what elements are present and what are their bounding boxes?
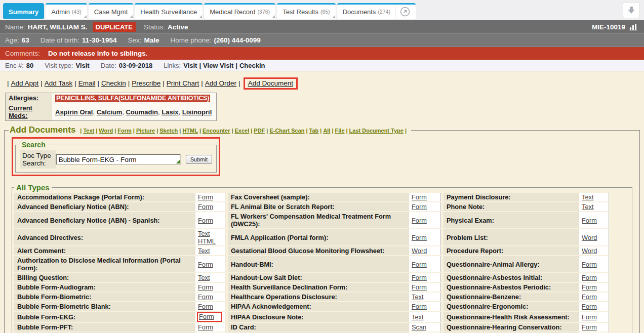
doc-link-questionnaire-ergonomic-form[interactable]: Form	[582, 303, 597, 310]
doc-type-label-bubble-form-ekg: Bubble Form-EKG:	[14, 311, 195, 322]
collapse-header-button[interactable]	[623, 2, 640, 18]
chart-id: MIE-10019	[592, 23, 639, 31]
document-type-filters: |Text|Word|Form|Picture|Sketch|HTML|Enco…	[78, 128, 408, 134]
filter-link-excel[interactable]: Excel	[235, 128, 250, 134]
tab-documents[interactable]: Documents(274)	[337, 3, 416, 19]
doc-link-authorization-to-disclose-medical-information-portal-form-form[interactable]: Form	[198, 261, 213, 268]
tab-case-mgmt[interactable]: Case Mgmt	[89, 3, 133, 19]
action-separator: |	[41, 79, 43, 87]
doc-type-links: Form	[409, 193, 440, 202]
action-link-checkin[interactable]: Checkin	[101, 79, 126, 87]
encounter-links: Visit|View Visit|Checkin	[183, 62, 265, 69]
doc-link-id-card-scan[interactable]: Scan	[412, 323, 426, 331]
filter-link-last-document-type[interactable]: Last Document Type	[349, 128, 404, 134]
filter-link-text[interactable]: Text	[83, 128, 94, 134]
doc-link-fl-animal-bite-or-scratch-report-form[interactable]: Form	[412, 203, 427, 211]
doc-link-bubble-form-audiogram-form[interactable]: Form	[198, 283, 213, 291]
doc-link-fax-coversheet-sample-form[interactable]: Form	[412, 193, 427, 201]
filter-link-e-chart-scan[interactable]: E-Chart Scan	[269, 128, 304, 134]
doc-link-alert-comment-text[interactable]: Text	[198, 247, 210, 255]
doc-link-procedure-report-word[interactable]: Word	[582, 247, 597, 255]
meds-separator: ,	[179, 108, 182, 116]
filter-separator: |	[346, 128, 348, 134]
encounter-link-checkin[interactable]: Checkin	[239, 62, 265, 69]
doc-link-payment-disclosure-text[interactable]: Text	[582, 193, 593, 201]
action-separator: |	[74, 79, 76, 87]
bar-chart-icon[interactable]	[629, 23, 639, 30]
doc-link-gestational-blood-glucose-monitoring-flowsheet-word[interactable]: Word	[412, 247, 427, 255]
med-link-aspirin-oral[interactable]: Aspirin Oral	[55, 108, 93, 116]
doc-link-bubble-form-ekg-form[interactable]: Form	[199, 313, 214, 320]
tab-summary[interactable]: Summary	[3, 3, 44, 19]
status-label: Status:	[144, 23, 165, 31]
med-link-lasix[interactable]: Lasix	[162, 108, 178, 116]
encounter-link-view-visit[interactable]: View Visit	[203, 62, 233, 69]
row-fill	[609, 292, 630, 302]
tab-health-surveillance[interactable]: Health Surveillance	[135, 3, 203, 19]
doc-link-bubble-form-biometric-form[interactable]: Form	[198, 293, 213, 301]
doc-link-fmla-application-portal-form-form[interactable]: Form	[412, 234, 427, 241]
doc-link-fl-workers-compensation-medical-treatment-form-dwc25-form[interactable]: Form	[412, 217, 427, 224]
doc-link-questionnaire-asbestos-initial-form[interactable]: Form	[582, 274, 597, 281]
filter-link-word[interactable]: Word	[99, 128, 113, 134]
doc-link-billing-question-text[interactable]: Text	[198, 274, 210, 281]
filter-link-encounter[interactable]: Encounter	[203, 128, 230, 134]
current-meds-link[interactable]: Current Meds:	[9, 104, 32, 119]
visit-date-group: Date: 03-09-2018	[101, 62, 153, 69]
doc-link-questionnaire-benzene-form[interactable]: Form	[582, 293, 597, 301]
action-link-add-document[interactable]: Add Document	[248, 79, 293, 87]
doc-link-bubble-form-biometric-blank-form[interactable]: Form	[198, 303, 213, 310]
submit-button[interactable]: Submit	[186, 155, 212, 164]
med-link-lisinopril[interactable]: Lisinopril	[182, 108, 212, 116]
tab-admin[interactable]: Admin(43)	[46, 3, 87, 19]
filter-link-file[interactable]: File	[335, 128, 345, 134]
doc-link-hipaa-acknowledgement-form[interactable]: Form	[412, 303, 427, 310]
tab-label: Admin	[51, 8, 70, 16]
action-link-prescribe[interactable]: Prescribe	[132, 79, 160, 87]
filter-link-pdf[interactable]: PDF	[254, 128, 265, 134]
doc-link-advanced-directives-html[interactable]: HTML	[198, 237, 222, 245]
med-link-calcium[interactable]: Calcium	[97, 108, 123, 116]
filter-link-sketch[interactable]: Sketch	[159, 128, 178, 134]
filter-link-html[interactable]: HTML	[182, 128, 198, 134]
doc-link-problem-list-word[interactable]: Word	[582, 234, 597, 241]
open-in-new-window-button[interactable]	[395, 5, 410, 19]
doc-link-questionnaire-animal-allergy-form[interactable]: Form	[582, 261, 597, 268]
filter-link-tab[interactable]: Tab	[309, 128, 319, 134]
action-link-print-chart[interactable]: Print Chart	[167, 79, 199, 87]
search-legend: Search	[20, 141, 48, 149]
allergies-value[interactable]: PENICILLINS, SULFA(SULFONAMIDE ANTIBIOTI…	[55, 95, 210, 102]
filter-link-all[interactable]: All	[323, 128, 330, 134]
doc-link-questionnaire-asbestos-periodic-form[interactable]: Form	[582, 283, 597, 291]
action-link-add-appt[interactable]: Add Appt	[11, 79, 39, 87]
doc-link-physical-exam-form[interactable]: Form	[582, 217, 597, 224]
tab-medical-record[interactable]: Medical Record(376)	[204, 3, 275, 19]
doc-link-bubble-form-pft-form[interactable]: Form	[198, 323, 213, 331]
allergies-link[interactable]: Allergies:	[9, 94, 38, 102]
doc-link-hipaa-disclosure-note-text[interactable]: Text	[412, 313, 423, 321]
doc-link-handout-bmi-form[interactable]: Form	[412, 261, 427, 268]
action-link-add-task[interactable]: Add Task	[45, 79, 72, 87]
doc-link-handout-low-salt-diet-form[interactable]: Form	[412, 274, 427, 281]
doc-type-links: Form	[409, 229, 440, 246]
doc-link-advanced-beneficiary-notice-abn-spanish-form[interactable]: Form	[198, 217, 213, 224]
action-link-add-order[interactable]: Add Order	[205, 79, 236, 87]
doc-link-healthcare-operations-disclosure-text[interactable]: Text	[412, 293, 423, 301]
doc-type-links: Form	[579, 311, 609, 322]
doc-type-search-input[interactable]	[56, 154, 181, 165]
doc-link-health-surveillance-declination-form-form[interactable]: Form	[412, 283, 427, 291]
doc-link-questionnaire-hearing-conservation-form[interactable]: Form	[582, 323, 597, 331]
doc-link-advanced-beneficiary-notice-abn-form[interactable]: Form	[198, 203, 213, 211]
filter-link-form[interactable]: Form	[117, 128, 132, 134]
all-types-legend: All Types	[14, 183, 52, 192]
doc-link-questionnaire-health-risk-assessment-form[interactable]: Form	[582, 313, 597, 321]
filter-link-picture[interactable]: Picture	[136, 128, 155, 134]
doc-link-advanced-directives-text[interactable]: Text	[198, 230, 222, 237]
action-link-email[interactable]: Email	[78, 79, 96, 87]
encounter-link-visit[interactable]: Visit	[183, 62, 197, 69]
doc-link-accommodations-package-portal-form-form[interactable]: Form	[198, 193, 213, 201]
doc-link-phone-note-text[interactable]: Text	[582, 203, 593, 211]
med-link-coumadin[interactable]: Coumadin	[126, 108, 158, 116]
table-row: Advanced Beneficiary Notice (ABN):FormFL…	[14, 202, 630, 212]
tab-test-results[interactable]: Test Results(65)	[277, 3, 336, 19]
